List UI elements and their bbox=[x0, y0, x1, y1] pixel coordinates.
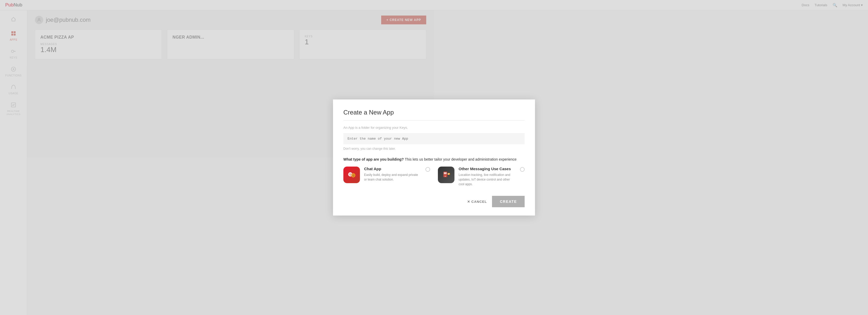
app-name-input[interactable] bbox=[343, 133, 434, 144]
modal-question: What type of app are you building? This … bbox=[343, 157, 434, 158]
create-app-modal: Create a New App An App is a folder for … bbox=[333, 99, 434, 158]
modal-question-bold: What type of app are you building? bbox=[343, 157, 404, 158]
modal-overlay: Create a New App An App is a folder for … bbox=[0, 0, 434, 158]
modal-title: Create a New App bbox=[343, 109, 434, 120]
modal-subtitle: An App is a folder for organizing your K… bbox=[343, 126, 434, 130]
modal-hint: Don't worry, you can change this later. bbox=[343, 147, 434, 150]
modal-question-rest: This lets us better tailor your develope… bbox=[404, 157, 434, 158]
